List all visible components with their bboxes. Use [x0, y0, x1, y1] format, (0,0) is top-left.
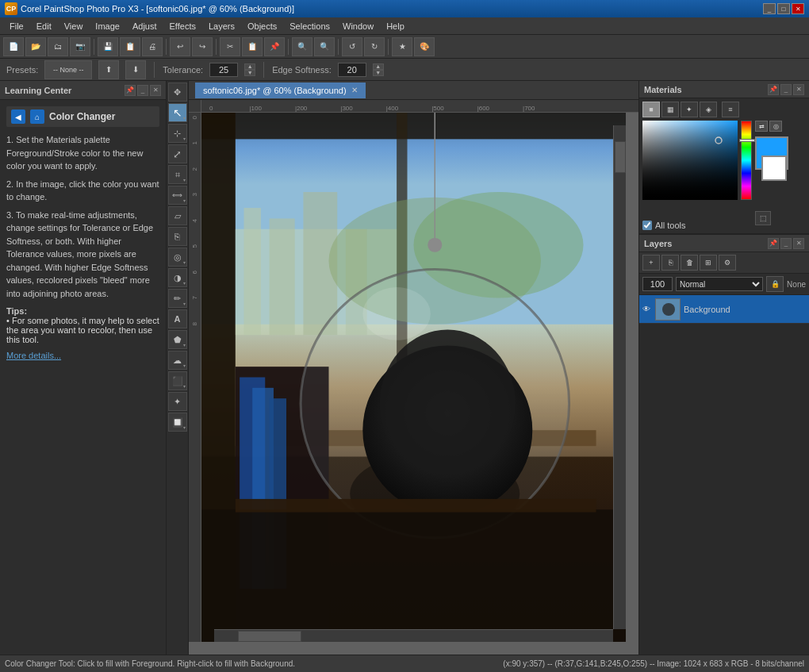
- materials-controls[interactable]: 📌 _ ✕: [768, 84, 804, 95]
- getphoto-button[interactable]: 📷: [70, 37, 90, 56]
- layer-visibility-icon[interactable]: 👁: [642, 305, 650, 313]
- tool-eyedropper[interactable]: ✦: [168, 392, 187, 411]
- browse-button[interactable]: 🗂: [48, 37, 68, 56]
- all-tools-checkbox[interactable]: [642, 221, 652, 230]
- vscroll-thumb[interactable]: [615, 141, 626, 173]
- paste-button[interactable]: 📌: [264, 37, 285, 56]
- menu-image[interactable]: Image: [89, 20, 126, 33]
- window-controls[interactable]: _ □ ✕: [763, 3, 804, 14]
- menu-adjust[interactable]: Adjust: [126, 20, 163, 33]
- menu-file[interactable]: File: [3, 20, 30, 33]
- canvas-wrapper[interactable]: 0 |100 |200 |300 |400 |500 |600 |700 0 1…: [189, 100, 638, 655]
- layers-controls[interactable]: 📌 _ ✕: [768, 238, 804, 249]
- lc-home-button[interactable]: ⌂: [30, 109, 44, 124]
- tool-text[interactable]: A: [168, 309, 187, 328]
- tolerance-down[interactable]: ▼: [244, 70, 255, 76]
- materials-minimize[interactable]: _: [780, 84, 792, 95]
- tool-colorchanger[interactable]: ☁▾: [168, 351, 187, 370]
- vertical-scrollbar[interactable]: [613, 125, 626, 629]
- layers-opacity-input[interactable]: [642, 277, 673, 291]
- print-button[interactable]: 🖨: [142, 37, 163, 56]
- layers-settings[interactable]: ⚙: [719, 255, 736, 271]
- horizontal-scrollbar[interactable]: [214, 629, 613, 642]
- lc-more-details-link[interactable]: More details...: [6, 351, 159, 360]
- tool-move[interactable]: ✥: [168, 83, 187, 102]
- tool-draw[interactable]: ✏▾: [168, 289, 187, 308]
- lc-back-button[interactable]: ◀: [11, 109, 25, 124]
- copy-button[interactable]: 📋: [242, 37, 263, 56]
- lc-pin-button[interactable]: 📌: [125, 85, 136, 96]
- edge-softness-input[interactable]: [338, 63, 366, 77]
- layers-duplicate[interactable]: ⎘: [661, 255, 679, 271]
- materials-pin[interactable]: 📌: [768, 84, 779, 95]
- mat-swatch-btn[interactable]: ≡: [722, 102, 739, 117]
- tool-select[interactable]: ↖▾: [168, 103, 187, 122]
- layers-minimize[interactable]: _: [780, 238, 792, 249]
- new-button[interactable]: 📄: [3, 37, 24, 56]
- open-button[interactable]: 📂: [25, 37, 46, 56]
- undo-button[interactable]: ↩: [170, 37, 190, 56]
- tool-perspective[interactable]: ▱: [168, 206, 187, 225]
- presets-load[interactable]: ⬆: [98, 60, 119, 79]
- edge-softness-down[interactable]: ▼: [373, 70, 384, 76]
- tool-retouch[interactable]: ◎▾: [168, 248, 187, 267]
- reset-colors-btn[interactable]: ◎: [769, 121, 782, 132]
- menu-view[interactable]: View: [58, 20, 90, 33]
- menu-window[interactable]: Window: [336, 20, 380, 33]
- rotate-right-button[interactable]: ↻: [364, 37, 385, 56]
- mat-color-btn[interactable]: ■: [642, 102, 660, 117]
- presets-save[interactable]: ⬇: [125, 60, 146, 79]
- menu-objects[interactable]: Objects: [241, 20, 283, 33]
- materials-close[interactable]: ✕: [793, 84, 804, 95]
- learning-center-controls[interactable]: 📌 _ ✕: [125, 85, 161, 96]
- mat-style-btn[interactable]: ◈: [700, 102, 717, 117]
- layers-pin[interactable]: 📌: [768, 238, 779, 249]
- tool-straighten[interactable]: ⟺▾: [168, 186, 187, 205]
- rotate-left-button[interactable]: ↺: [342, 37, 362, 56]
- minimize-button[interactable]: _: [763, 3, 776, 14]
- layers-close[interactable]: ✕: [793, 238, 804, 249]
- menu-layers[interactable]: Layers: [202, 20, 241, 33]
- lc-close-button[interactable]: ✕: [150, 85, 161, 96]
- mat-gradient-btn[interactable]: ▦: [661, 102, 679, 117]
- menu-help[interactable]: Help: [380, 20, 411, 33]
- layers-delete[interactable]: 🗑: [681, 255, 698, 271]
- maximize-button[interactable]: □: [777, 3, 790, 14]
- canvas-tab-close[interactable]: ✕: [351, 86, 358, 94]
- layers-blend-mode-select[interactable]: Normal Dissolve Multiply Screen Overlay: [676, 277, 763, 291]
- background-color-swatch[interactable]: [761, 156, 787, 181]
- color-gradient-picker[interactable]: [642, 121, 738, 200]
- edge-softness-up[interactable]: ▲: [373, 63, 384, 70]
- menu-edit[interactable]: Edit: [30, 20, 58, 33]
- photo-canvas-area[interactable]: [201, 113, 626, 642]
- redo-button[interactable]: ↪: [192, 37, 213, 56]
- tolerance-input[interactable]: [209, 63, 238, 77]
- cut-button[interactable]: ✂: [220, 37, 240, 56]
- close-button[interactable]: ✕: [792, 3, 804, 14]
- menu-selections[interactable]: Selections: [283, 20, 336, 33]
- layer-item-background[interactable]: 👁 Background: [639, 295, 809, 324]
- tool-deform[interactable]: ⤢: [168, 144, 187, 163]
- tolerance-spinner[interactable]: ▲ ▼: [244, 63, 255, 76]
- canvas-tab-softonic[interactable]: softonic06.jpg* @ 60% (Background) ✕: [195, 83, 366, 98]
- tolerance-up[interactable]: ▲: [244, 63, 255, 70]
- tool-crop[interactable]: ⌗▾: [168, 165, 187, 184]
- color-button[interactable]: 🎨: [414, 37, 435, 56]
- hue-bar[interactable]: [741, 121, 752, 200]
- zoom-out-button[interactable]: 🔍: [314, 37, 335, 56]
- tool-dodge[interactable]: ◑▾: [168, 268, 187, 287]
- lc-minimize-button[interactable]: _: [137, 85, 148, 96]
- menu-effects[interactable]: Effects: [163, 20, 202, 33]
- saveas-button[interactable]: 📋: [120, 37, 140, 56]
- layers-lock-btn[interactable]: 🔒: [766, 276, 784, 292]
- layers-merge[interactable]: ⊞: [700, 255, 717, 271]
- tool-vector[interactable]: ⬟▾: [168, 330, 187, 349]
- presets-selector[interactable]: -- None --: [44, 60, 92, 79]
- tool-clone[interactable]: ⎘: [168, 227, 187, 246]
- tool-multiselect[interactable]: ⊹▾: [168, 124, 187, 143]
- mat-pattern-btn[interactable]: ✦: [681, 102, 698, 117]
- effects-button[interactable]: ★: [392, 37, 412, 56]
- swap-colors-btn[interactable]: ⇄: [755, 121, 768, 132]
- tool-crop2[interactable]: 🔲▾: [168, 413, 187, 432]
- hscroll-thumb[interactable]: [238, 631, 301, 642]
